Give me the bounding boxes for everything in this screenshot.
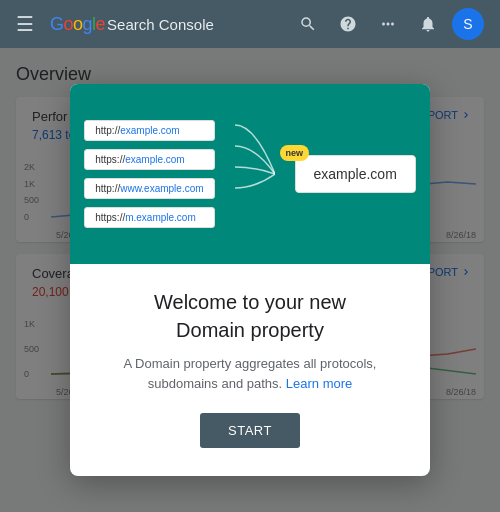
domain-diagram: http://example.com https://example.com h… [84,109,416,239]
domain-box-container: new example.com [295,155,416,193]
notifications-icon[interactable] [412,8,444,40]
modal-heading: Welcome to your new Domain property [102,288,398,344]
welcome-modal: http://example.com https://example.com h… [70,84,430,476]
modal-illustration: http://example.com https://example.com h… [70,84,430,264]
header-actions: S [292,8,484,40]
url-item-3: http://www.example.com [84,178,214,199]
modal-description: A Domain property aggregates all protoco… [102,354,398,393]
url-item-2: https://example.com [84,149,214,170]
learn-more-link[interactable]: Learn more [286,376,352,391]
url-item-1: http://example.com [84,120,214,141]
page-content: Overview Perfor 7,613 to EXPORT 2K 1K 50… [0,48,500,512]
arrows-svg [235,109,275,239]
modal-overlay: http://example.com https://example.com h… [0,48,500,512]
google-logo: Google [50,14,105,35]
help-icon[interactable] [332,8,364,40]
app-logo: Google Search Console [50,14,214,35]
url-list: http://example.com https://example.com h… [84,120,214,228]
app-header: ☰ Google Search Console S [0,0,500,48]
domain-box: example.com [295,155,416,193]
url-item-4: https://m.example.com [84,207,214,228]
app-title: Search Console [107,16,214,33]
apps-icon[interactable] [372,8,404,40]
search-icon[interactable] [292,8,324,40]
menu-icon[interactable]: ☰ [16,12,34,36]
start-button[interactable]: START [200,413,300,448]
modal-body: Welcome to your new Domain property A Do… [70,264,430,476]
user-avatar[interactable]: S [452,8,484,40]
new-badge: new [280,145,310,161]
